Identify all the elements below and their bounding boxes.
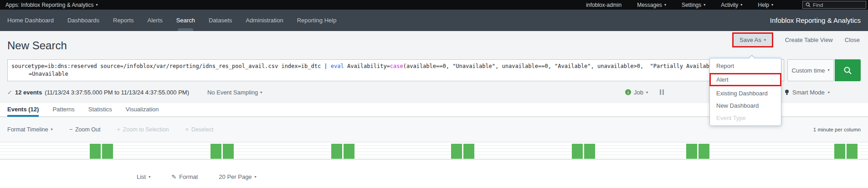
- timeline-chart[interactable]: [0, 142, 868, 160]
- app-nav-bar: Home Dashboard Dashboards Reports Alerts…: [0, 10, 868, 31]
- title-row: New Search Save As ▾ Create Table View C…: [0, 31, 868, 57]
- nav-search-label: Search: [176, 17, 195, 24]
- search-submit-button[interactable]: [835, 59, 861, 81]
- query-line-1: sourcetype=ib:dns:reserved source=/infob…: [11, 63, 784, 70]
- query-keyword-eval: eval: [331, 63, 344, 69]
- menu-item-event-type[interactable]: Event Type: [710, 112, 781, 124]
- dropdown-notch: [748, 55, 755, 58]
- zoom-to-selection-button[interactable]: + Zoom to Selection: [117, 126, 169, 133]
- settings-menu[interactable]: Settings▾: [682, 2, 705, 8]
- deselect-button[interactable]: × Deselect: [185, 126, 214, 133]
- menu-item-report[interactable]: Report: [710, 60, 781, 72]
- query-function-case: case: [390, 63, 403, 69]
- caret-down-icon: ▾: [740, 3, 742, 7]
- settings-label: Settings: [682, 2, 701, 8]
- zoom-out-button[interactable]: − Zoom Out: [69, 126, 101, 133]
- tab-events[interactable]: Events (12): [7, 103, 39, 117]
- save-as-button[interactable]: Save As ▾: [734, 34, 772, 46]
- timeline-bar[interactable]: [451, 144, 462, 159]
- time-range-picker[interactable]: Custom time ▾: [787, 59, 834, 81]
- timeline-bar[interactable]: [463, 144, 474, 159]
- timeline-bar[interactable]: [584, 144, 595, 159]
- nav-reporting-help[interactable]: Reporting Help: [297, 10, 337, 31]
- annotation-box-save-as: Save As ▾: [732, 32, 773, 47]
- top-bar: Apps: Infoblox Reporting & Analytics ▾ i…: [0, 0, 868, 10]
- event-sampling-menu[interactable]: No Event Sampling ▾: [207, 89, 262, 96]
- create-table-view-link[interactable]: Create Table View: [785, 37, 833, 43]
- messages-label: Messages: [637, 2, 662, 8]
- timeline-scale-note: 1 minute per column: [813, 127, 861, 132]
- tab-patterns[interactable]: Patterns: [52, 103, 74, 117]
- user-name: infoblox-admin: [586, 2, 621, 8]
- timeline-bar[interactable]: [102, 144, 113, 159]
- query-line-2: =Unavailable: [11, 70, 784, 78]
- job-menu[interactable]: i Job ▾: [625, 89, 648, 96]
- caret-down-icon: ▾: [255, 175, 257, 179]
- activity-menu[interactable]: Activity▾: [721, 2, 742, 8]
- menu-item-alert[interactable]: Alert: [711, 74, 780, 85]
- user-menu[interactable]: infoblox-admin: [586, 2, 621, 8]
- timeline-bar[interactable]: [847, 144, 858, 159]
- timeline-bar[interactable]: [211, 144, 221, 159]
- job-label: Job: [634, 89, 643, 96]
- list-view-label: List: [137, 173, 146, 180]
- caret-down-icon: ▾: [51, 128, 53, 131]
- time-range-label: Custom time: [792, 67, 825, 74]
- caret-down-icon: ▾: [664, 3, 666, 7]
- find-search-box[interactable]: [802, 1, 866, 9]
- page-title: New Search: [7, 39, 67, 52]
- nav-home-dashboard[interactable]: Home Dashboard: [7, 10, 54, 31]
- menu-item-new-dashboard[interactable]: New Dashboard: [710, 99, 781, 112]
- help-label: Help: [758, 2, 769, 8]
- caret-down-icon: ▾: [828, 90, 830, 94]
- caret-down-icon: ▾: [827, 68, 829, 72]
- search-mode-menu[interactable]: Smart Mode ▾: [785, 89, 830, 96]
- search-icon: [806, 2, 811, 7]
- format-timeline-label: Format Timeline: [7, 126, 48, 133]
- tab-visualization[interactable]: Visualization: [126, 103, 159, 117]
- format-menu[interactable]: ✎ Format: [171, 173, 198, 180]
- nav-alerts[interactable]: Alerts: [148, 10, 163, 31]
- caret-down-icon: ▾: [149, 175, 150, 179]
- tab-statistics[interactable]: Statistics: [88, 103, 112, 117]
- smart-mode-bulb-icon: [785, 89, 789, 95]
- timeline-bar[interactable]: [699, 144, 709, 159]
- plus-icon: +: [117, 126, 120, 133]
- nav-reports[interactable]: Reports: [113, 10, 134, 31]
- per-page-label: 20 Per Page: [219, 173, 252, 180]
- annotation-box-alert: Alert: [709, 73, 781, 86]
- query-text: Availability=: [344, 63, 390, 69]
- messages-menu[interactable]: Messages▾: [637, 2, 666, 8]
- timeline-bar[interactable]: [90, 144, 101, 159]
- event-time-range: (11/13/24 3:37:55.000 PM to 11/13/24 4:3…: [45, 89, 189, 96]
- nav-administration[interactable]: Administration: [246, 10, 283, 31]
- zoom-to-selection-label: Zoom to Selection: [123, 126, 169, 133]
- nav-datasets[interactable]: Datasets: [209, 10, 232, 31]
- query-text: sourcetype=ib:dns:reserved source=/infob…: [11, 63, 331, 69]
- menu-item-existing-dashboard[interactable]: Existing Dashboard: [710, 87, 781, 99]
- list-view-menu[interactable]: List ▾: [137, 173, 150, 180]
- timeline-bar[interactable]: [344, 144, 354, 159]
- nav-search[interactable]: Search: [176, 10, 195, 31]
- timeline-bar[interactable]: [572, 144, 583, 159]
- timeline-bar[interactable]: [331, 144, 342, 159]
- pause-job-button[interactable]: [660, 89, 664, 95]
- caret-down-icon: ▾: [764, 38, 766, 42]
- timeline-bar[interactable]: [834, 144, 845, 159]
- timeline-bar[interactable]: [686, 144, 697, 159]
- close-link[interactable]: Close: [845, 37, 860, 43]
- find-input[interactable]: [813, 2, 858, 8]
- timeline-bar[interactable]: [223, 144, 234, 159]
- nav-dashboards[interactable]: Dashboards: [67, 10, 99, 31]
- format-timeline-menu[interactable]: Format Timeline ▾: [7, 126, 53, 133]
- minus-icon: −: [69, 126, 72, 133]
- per-page-menu[interactable]: 20 Per Page ▾: [219, 173, 256, 180]
- apps-menu[interactable]: Apps: Infoblox Reporting & Analytics ▾: [5, 2, 98, 8]
- event-count: 12 events: [15, 89, 42, 96]
- format-label: Format: [179, 173, 198, 180]
- help-menu[interactable]: Help▾: [758, 2, 773, 8]
- search-query-input[interactable]: sourcetype=ib:dns:reserved source=/infob…: [7, 59, 784, 81]
- apps-menu-label: Apps: Infoblox Reporting & Analytics: [5, 2, 93, 8]
- pencil-icon: ✎: [171, 173, 176, 180]
- x-icon: ×: [185, 126, 189, 133]
